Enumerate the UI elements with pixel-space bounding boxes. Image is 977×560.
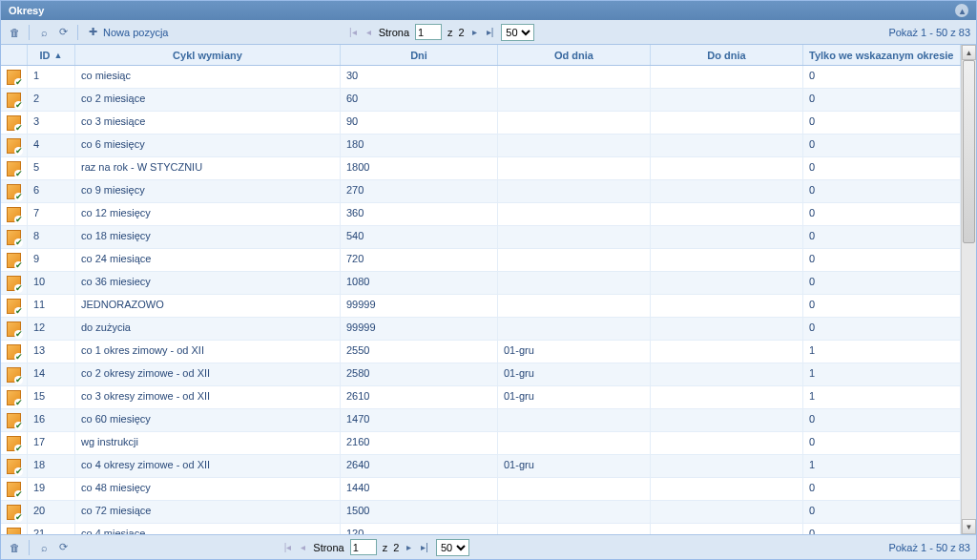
status-text: Pokaż 1 - 50 z 83: [888, 27, 970, 38]
cell-od: [498, 318, 651, 340]
cell-tylko: 0: [803, 409, 961, 431]
edit-icon[interactable]: [7, 70, 21, 85]
collapse-icon[interactable]: ▴: [955, 4, 968, 17]
cell-od: [498, 432, 651, 454]
table-row[interactable]: 11JEDNORAZOWO999990: [1, 295, 961, 318]
col-header-edit[interactable]: [1, 45, 28, 65]
scroll-track[interactable]: [962, 60, 976, 519]
cell-cykl: co 12 miesięcy: [75, 203, 341, 225]
first-page-icon[interactable]: |◂: [282, 542, 294, 552]
cell-cykl: co miesiąc: [75, 66, 341, 88]
cell-id: 3: [28, 112, 75, 134]
edit-icon[interactable]: [7, 207, 21, 222]
delete-icon[interactable]: 🗑: [7, 540, 22, 555]
table-row[interactable]: 17wg instrukcji21600: [1, 432, 961, 455]
table-row[interactable]: 9co 24 miesiące7200: [1, 249, 961, 272]
vertical-scrollbar[interactable]: ▲ ▼: [961, 45, 976, 534]
edit-icon[interactable]: [7, 115, 21, 131]
cell-tylko: 0: [803, 112, 961, 134]
table-row[interactable]: 14co 2 okresy zimowe - od XII258001-gru1: [1, 363, 961, 386]
refresh-icon[interactable]: ⟳: [55, 25, 71, 40]
edit-icon[interactable]: [7, 413, 21, 428]
edit-cell: [1, 89, 28, 111]
cell-id: 12: [28, 318, 75, 340]
page-input[interactable]: [350, 539, 377, 555]
edit-icon[interactable]: [7, 344, 21, 360]
table-row[interactable]: 7co 12 miesięcy3600: [1, 203, 961, 226]
cell-dni: 90: [341, 112, 498, 134]
col-header-tylko[interactable]: Tylko we wskazanym okresie: [803, 45, 961, 65]
edit-icon[interactable]: [7, 528, 21, 535]
edit-icon[interactable]: [7, 390, 21, 405]
refresh-icon[interactable]: ⟳: [55, 540, 71, 555]
table-row[interactable]: 3co 3 miesiące900: [1, 112, 961, 135]
prev-page-icon[interactable]: ◂: [364, 27, 373, 37]
edit-icon[interactable]: [7, 161, 21, 176]
table-row[interactable]: 6co 9 miesięcy2700: [1, 180, 961, 203]
cell-do: [651, 501, 803, 523]
cell-cykl: raz na rok - W STYCZNIU: [75, 157, 341, 179]
cell-do: [651, 203, 803, 225]
table-row[interactable]: 16co 60 miesięcy14700: [1, 409, 961, 432]
new-record-button[interactable]: ✚ Nowa pozycja: [85, 25, 168, 40]
cell-od: [498, 409, 651, 431]
table-row[interactable]: 2co 2 miesiące600: [1, 89, 961, 112]
scroll-down-icon[interactable]: ▼: [962, 519, 976, 534]
scroll-thumb[interactable]: [963, 60, 975, 243]
cell-cykl: co 4 miesiące: [75, 524, 341, 534]
col-header-dni[interactable]: Dni: [341, 45, 498, 65]
edit-icon[interactable]: [7, 436, 21, 451]
col-header-id[interactable]: ID ▲: [28, 45, 75, 65]
edit-icon[interactable]: [7, 138, 21, 154]
search-icon[interactable]: ⌕: [36, 540, 52, 555]
edit-icon[interactable]: [7, 459, 21, 474]
edit-icon[interactable]: [7, 482, 21, 497]
cell-do: [651, 157, 803, 179]
last-page-icon[interactable]: ▸|: [485, 27, 496, 37]
delete-icon[interactable]: 🗑: [7, 25, 22, 40]
table-row[interactable]: 12do zużycia999990: [1, 318, 961, 341]
edit-icon[interactable]: [7, 505, 21, 520]
col-header-od[interactable]: Od dnia: [498, 45, 651, 65]
edit-icon[interactable]: [7, 299, 21, 314]
page-size-select[interactable]: 50: [436, 539, 469, 556]
first-page-icon[interactable]: |◂: [347, 27, 359, 37]
page-size-select[interactable]: 50: [501, 24, 534, 41]
edit-cell: [1, 157, 28, 179]
last-page-icon[interactable]: ▸|: [419, 542, 430, 552]
table-row[interactable]: 20co 72 miesiące15000: [1, 501, 961, 524]
cell-od: [498, 157, 651, 179]
cell-id: 15: [28, 386, 75, 408]
table-row[interactable]: 8co 18 miesięcy5400: [1, 226, 961, 249]
cell-id: 19: [28, 478, 75, 500]
edit-cell: [1, 501, 28, 523]
edit-icon[interactable]: [7, 276, 21, 291]
page-input[interactable]: [415, 24, 442, 40]
cell-od: [498, 203, 651, 225]
table-row[interactable]: 18co 4 okresy zimowe - od XII264001-gru1: [1, 455, 961, 478]
edit-icon[interactable]: [7, 93, 21, 108]
prev-page-icon[interactable]: ◂: [299, 542, 307, 552]
table-row[interactable]: 4co 6 miesięcy1800: [1, 135, 961, 157]
col-header-do[interactable]: Do dnia: [651, 45, 803, 65]
edit-icon[interactable]: [7, 184, 21, 199]
search-icon[interactable]: ⌕: [36, 25, 52, 40]
next-page-icon[interactable]: ▸: [405, 542, 413, 552]
cell-od: [498, 135, 651, 156]
edit-icon[interactable]: [7, 230, 21, 245]
next-page-icon[interactable]: ▸: [470, 27, 479, 37]
col-header-cykl[interactable]: Cykl wymiany: [75, 45, 341, 65]
scroll-up-icon[interactable]: ▲: [962, 45, 976, 60]
table-row[interactable]: 13co 1 okres zimowy - od XII255001-gru1: [1, 341, 961, 363]
edit-icon[interactable]: [7, 367, 21, 383]
edit-icon[interactable]: [7, 321, 21, 337]
table-row[interactable]: 21co 4 miesiące1200: [1, 524, 961, 534]
table-row[interactable]: 5raz na rok - W STYCZNIU18000: [1, 157, 961, 180]
table-row[interactable]: 19co 48 miesięcy14400: [1, 478, 961, 501]
table-row[interactable]: 10co 36 miesiecy10800: [1, 272, 961, 295]
edit-icon[interactable]: [7, 253, 21, 268]
table-row[interactable]: 1co miesiąc300: [1, 66, 961, 89]
table-row[interactable]: 15co 3 okresy zimowe - od XII261001-gru1: [1, 386, 961, 409]
edit-cell: [1, 432, 28, 454]
cell-tylko: 1: [803, 455, 961, 477]
